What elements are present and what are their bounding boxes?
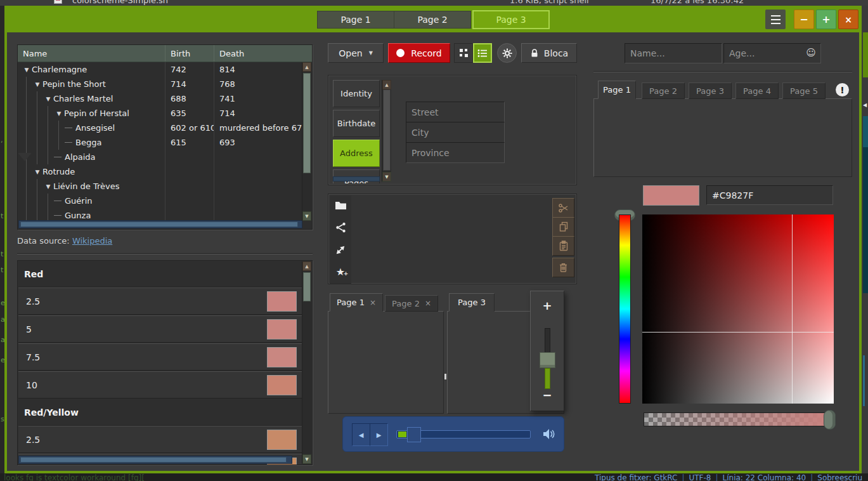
titlebar-tab[interactable]: Page 3	[472, 10, 550, 29]
tree-row[interactable]: ▼Charles Martel688741	[18, 91, 302, 106]
titlebar-tab[interactable]: Page 2	[394, 11, 471, 29]
category-button-birthdate[interactable]: Birthdate	[333, 110, 380, 137]
seek-slider-handle[interactable]	[407, 427, 421, 442]
list-item[interactable]: 2.5	[18, 426, 302, 453]
minimize-button[interactable]: −	[794, 10, 814, 29]
scroll-down-button[interactable]: ▼	[382, 172, 391, 181]
cut-button[interactable]	[552, 198, 574, 218]
volume-down-button[interactable]: −	[531, 388, 564, 402]
volume-slider-handle[interactable]	[540, 352, 555, 368]
settings-button[interactable]	[497, 43, 517, 63]
wikipedia-link[interactable]: Wikipedia	[72, 236, 112, 246]
scrollbar-thumb[interactable]	[383, 89, 391, 171]
scrollbar-thumb[interactable]	[303, 272, 311, 301]
tree-row[interactable]: ▼Liévin de Trèves	[18, 179, 302, 194]
tab-page-4[interactable]: Page 4	[735, 82, 779, 99]
tree-row[interactable]: ▼Charlemagne742814	[18, 62, 302, 77]
lock-button[interactable]: Bloca	[521, 43, 577, 63]
street-field[interactable]	[406, 102, 505, 122]
tree-row[interactable]: ▼Rotrude	[18, 164, 302, 179]
tab-page-3[interactable]: Page 3	[689, 82, 732, 99]
column-header-name[interactable]: Name	[18, 45, 165, 62]
scrollbar-thumb[interactable]	[20, 457, 287, 463]
hue-slider[interactable]	[619, 214, 631, 404]
tree-row[interactable]: ▼Pepin the Short714768	[18, 77, 302, 91]
doc-tab[interactable]: Page 2×	[385, 295, 438, 312]
column-header-death[interactable]: Death	[214, 45, 312, 62]
open-label: Open	[339, 48, 362, 58]
tree-indent	[22, 164, 32, 179]
tree-vertical-scrollbar[interactable]: ▲ ▼	[302, 62, 311, 221]
doc-tab[interactable]: Page 3	[449, 293, 495, 312]
tree-row[interactable]: ▼Pepin of Herstal635714	[18, 106, 302, 121]
maximize-button[interactable]: +	[816, 10, 836, 29]
tree-row[interactable]: Ansegisel602 or 610murdered before 679	[18, 121, 302, 135]
scrollbar-thumb[interactable]	[303, 73, 311, 173]
scroll-up-button[interactable]: ▲	[302, 261, 311, 271]
category-button-identity[interactable]: Identity	[333, 80, 380, 107]
expander-icon[interactable]: ▼	[32, 169, 42, 175]
list-view-toggle[interactable]	[473, 43, 492, 63]
next-button[interactable]: ▶	[370, 423, 388, 446]
paste-button[interactable]	[552, 236, 574, 256]
titlebar-tab[interactable]: Page 1	[317, 11, 394, 29]
tree-horizontal-scrollbar[interactable]	[18, 220, 302, 228]
list-item[interactable]: 7.5	[18, 343, 302, 371]
expand-icon[interactable]	[335, 245, 346, 257]
tree-row[interactable]: Guérin	[18, 194, 302, 208]
scroll-down-button[interactable]: ▼	[302, 454, 311, 464]
alpha-slider-handle[interactable]	[824, 410, 836, 430]
name-input[interactable]	[625, 43, 722, 63]
smiley-icon[interactable]: ☺	[806, 47, 816, 58]
star-add-icon[interactable]: ★+	[336, 267, 345, 277]
column-header-birth[interactable]: Birth	[165, 45, 214, 62]
expander-icon[interactable]: ▼	[43, 183, 53, 190]
close-tab-icon[interactable]: ×	[370, 298, 376, 307]
category-button-address[interactable]: Address	[333, 140, 380, 167]
scrollbar-thumb[interactable]	[20, 221, 298, 227]
tab-page-1[interactable]: Page 1	[598, 81, 636, 99]
expander-icon[interactable]: ▼	[32, 81, 42, 88]
close-button[interactable]: ×	[838, 10, 858, 29]
category-horizontal-scrollbar[interactable]	[333, 176, 380, 181]
hex-color-input[interactable]	[706, 185, 833, 205]
tree-row[interactable]: Begga615693	[18, 135, 302, 150]
splitter-grip[interactable]	[444, 374, 446, 379]
list-vertical-scrollbar[interactable]: ▲ ▼	[302, 261, 311, 464]
close-tab-icon[interactable]: ×	[425, 299, 431, 308]
scroll-down-button[interactable]: ▼	[302, 211, 311, 221]
province-field[interactable]	[406, 142, 505, 163]
scroll-up-button[interactable]: ▲	[382, 80, 391, 89]
city-field[interactable]	[406, 122, 505, 143]
category-vertical-scrollbar[interactable]: ▲ ▼	[382, 80, 391, 181]
menu-button[interactable]	[765, 10, 786, 29]
tab-page-2[interactable]: Page 2	[642, 82, 685, 99]
doc-tab[interactable]: Page 1×	[330, 293, 383, 312]
volume-up-button[interactable]: +	[531, 299, 564, 312]
delete-button[interactable]	[552, 258, 574, 277]
expander-icon[interactable]: ▼	[54, 110, 64, 117]
tree-row[interactable]: Alpaida	[18, 150, 302, 164]
background-glyph: t	[1, 212, 3, 220]
open-dropdown-button[interactable]: Open ▼	[328, 43, 384, 63]
expander-icon[interactable]: ▼	[43, 96, 53, 102]
record-button[interactable]: Record	[388, 43, 450, 63]
list-horizontal-scrollbar[interactable]	[18, 456, 292, 464]
saturation-value-square[interactable]	[642, 214, 834, 404]
previous-button[interactable]: ◀	[352, 423, 370, 446]
expander-icon[interactable]: ▼	[22, 67, 32, 73]
open-folder-icon[interactable]	[335, 201, 347, 212]
tab-page-5[interactable]: Page 5	[782, 82, 826, 99]
tree-row[interactable]: Gunza	[18, 208, 302, 221]
scroll-up-button[interactable]: ▲	[302, 62, 311, 72]
alpha-slider[interactable]	[644, 412, 829, 426]
data-source-line: Data source: Wikipedia	[17, 236, 112, 246]
copy-button[interactable]	[552, 217, 574, 237]
list-item[interactable]: 2.5	[18, 287, 302, 315]
volume-button[interactable]	[542, 428, 556, 442]
list-item[interactable]: 5	[18, 315, 302, 343]
share-icon[interactable]	[335, 222, 346, 235]
list-item[interactable]: 10	[18, 371, 302, 399]
grid-view-toggle[interactable]	[454, 43, 473, 63]
volume-slider-track[interactable]	[545, 328, 550, 353]
